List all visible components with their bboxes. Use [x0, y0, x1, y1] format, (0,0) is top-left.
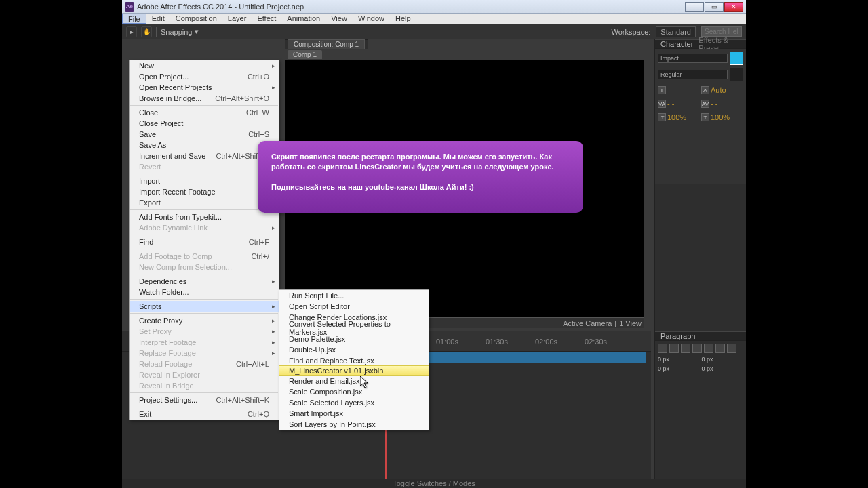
selection-tool-icon[interactable]: ▸: [126, 26, 137, 37]
leading-icon: A: [701, 86, 709, 94]
file-menu-item[interactable]: Export: [130, 197, 279, 208]
tutorial-annotation: Скрипт появился после рестарта программы…: [258, 141, 583, 213]
menu-layer[interactable]: Layer: [222, 14, 252, 24]
composition-subtab[interactable]: Comp 1: [288, 50, 322, 59]
vscale[interactable]: 100%: [667, 113, 686, 121]
file-menu-item[interactable]: Open Project...Ctrl+O: [130, 71, 279, 82]
paragraph-panel-tab[interactable]: Paragraph: [658, 331, 698, 341]
file-menu-item[interactable]: Import: [130, 176, 279, 186]
menu-animation[interactable]: Animation: [281, 14, 326, 24]
file-menu-item[interactable]: FindCtrl+F: [130, 237, 279, 247]
file-menu-item: Reload FootageCtrl+Alt+L: [130, 359, 279, 369]
scripts-menu-item[interactable]: Find and Replace Text.jsx: [279, 355, 429, 366]
window-titlebar: Ae Adobe After Effects CC 2014 - Untitle…: [122, 0, 746, 14]
menu-composition[interactable]: Composition: [170, 14, 222, 24]
tick: 01:30s: [486, 338, 508, 346]
file-menu-item[interactable]: Increment and SaveCtrl+Alt+Shift+S: [130, 150, 279, 161]
file-menu-item[interactable]: ExitCtrl+Q: [130, 409, 279, 420]
annotation-line1: Скрипт появился после рестарта программы…: [271, 152, 570, 173]
indent-left[interactable]: 0 px: [658, 356, 700, 363]
file-menu-item[interactable]: Close Project: [130, 118, 279, 129]
menu-window[interactable]: Window: [353, 14, 390, 24]
scripts-menu-item[interactable]: Run Script File...: [279, 290, 429, 301]
composition-panel-tab[interactable]: Composition: Comp 1: [288, 39, 365, 49]
menu-edit[interactable]: Edit: [146, 14, 170, 24]
file-menu-item[interactable]: Scripts: [130, 301, 279, 312]
scripts-menu-item[interactable]: Open Script Editor: [279, 301, 429, 312]
font-size-icon: T: [658, 86, 666, 94]
close-button[interactable]: ✕: [724, 2, 743, 12]
file-menu-item[interactable]: Create Proxy: [130, 315, 279, 326]
tick: 01:00s: [436, 338, 458, 346]
minimize-button[interactable]: —: [685, 2, 704, 12]
justify-right-icon[interactable]: [715, 344, 725, 353]
align-center-icon[interactable]: [669, 344, 679, 353]
view-layout[interactable]: 1 View: [619, 319, 642, 327]
kerning-icon: VA: [658, 100, 666, 108]
menu-help[interactable]: Help: [390, 14, 416, 24]
kerning[interactable]: - -: [667, 100, 674, 108]
file-menu-item[interactable]: Browse in Bridge...Ctrl+Alt+Shift+O: [130, 93, 279, 104]
scripts-menu-item[interactable]: Double-Up.jsx: [279, 344, 429, 355]
hscale-icon: T: [701, 113, 709, 121]
window-title: Adobe After Effects CC 2014 - Untitled P…: [137, 3, 304, 11]
hscale[interactable]: 100%: [711, 113, 730, 121]
align-right-icon[interactable]: [681, 344, 690, 353]
file-menu-item[interactable]: Open Recent Projects: [130, 82, 279, 93]
workspace-select[interactable]: Standard: [656, 26, 696, 37]
justify-all-icon[interactable]: [727, 344, 736, 353]
menu-file[interactable]: File: [122, 14, 146, 24]
indent-right[interactable]: 0 px: [702, 356, 744, 363]
leading-value[interactable]: Auto: [711, 86, 726, 94]
file-menu-dropdown: NewOpen Project...Ctrl+OOpen Recent Proj…: [129, 60, 279, 420]
file-menu-item[interactable]: SaveCtrl+S: [130, 129, 279, 140]
scripts-menu-item[interactable]: Sort Layers by In Point.jsx: [279, 419, 429, 430]
file-menu-item[interactable]: CloseCtrl+W: [130, 107, 279, 118]
file-menu-item: Revert: [130, 161, 279, 172]
font-size[interactable]: - -: [667, 86, 674, 94]
file-menu-item: Reveal in Bridge: [130, 380, 279, 391]
main-panels: Composition: Comp 1 Comp 1 50% ▾ Active …: [122, 39, 746, 488]
justify-center-icon[interactable]: [704, 344, 713, 353]
file-menu-item[interactable]: Add Fonts from Typekit...: [130, 211, 279, 222]
snapping-chevron-icon[interactable]: ▾: [195, 27, 199, 36]
snapping-toggle[interactable]: Snapping: [161, 28, 193, 36]
align-left-icon[interactable]: [658, 344, 667, 353]
stroke-color-swatch[interactable]: [730, 68, 743, 81]
app-icon: Ae: [125, 2, 134, 12]
scripts-menu-item[interactable]: Convert Selected Properties to Markers.j…: [279, 323, 429, 333]
file-menu-item[interactable]: Watch Folder...: [130, 287, 279, 298]
file-menu-item[interactable]: New: [130, 60, 279, 71]
space-before[interactable]: 0 px: [658, 365, 700, 372]
active-camera[interactable]: Active Camera: [563, 319, 612, 327]
scripts-menu-item[interactable]: Smart Import.jsx: [279, 408, 429, 419]
vscale-icon: IT: [658, 113, 666, 121]
scripts-menu-item[interactable]: M_LinesCreator v1.01.jsxbin: [279, 365, 429, 376]
maximize-button[interactable]: ▭: [705, 2, 724, 12]
file-menu-item: New Comp from Selection...: [130, 262, 279, 272]
scripts-menu-item[interactable]: Scale Selected Layers.jsx: [279, 397, 429, 408]
tick: 02:30s: [585, 338, 607, 346]
character-panel-tab[interactable]: Character: [658, 39, 696, 49]
font-family-select[interactable]: Impact: [658, 54, 728, 63]
font-style-select[interactable]: Regular: [658, 70, 728, 79]
file-menu-item: Adobe Dynamic Link: [130, 222, 279, 233]
file-menu-item: Add Footage to CompCtrl+/: [130, 251, 279, 262]
file-menu-item[interactable]: Import Recent Footage: [130, 186, 279, 197]
scripts-submenu: Run Script File...Open Script EditorChan…: [279, 289, 429, 430]
menu-effect[interactable]: Effect: [252, 14, 281, 24]
justify-left-icon[interactable]: [692, 344, 702, 353]
tracking[interactable]: - -: [711, 100, 717, 108]
space-after[interactable]: 0 px: [702, 365, 744, 372]
file-menu-item[interactable]: Save As: [130, 140, 279, 150]
hand-tool-icon[interactable]: ✋: [141, 26, 152, 37]
tracking-icon: AV: [701, 100, 709, 108]
menubar: File Edit Composition Layer Effect Anima…: [122, 14, 746, 24]
file-menu-item: Interpret Footage: [130, 337, 279, 348]
fill-color-swatch[interactable]: [730, 52, 743, 65]
scripts-menu-item[interactable]: Render and Email.jsx: [279, 375, 429, 386]
file-menu-item[interactable]: Dependencies: [130, 276, 279, 287]
scripts-menu-item[interactable]: Scale Composition.jsx: [279, 386, 429, 397]
file-menu-item[interactable]: Project Settings...Ctrl+Alt+Shift+K: [130, 394, 279, 405]
menu-view[interactable]: View: [326, 14, 353, 24]
